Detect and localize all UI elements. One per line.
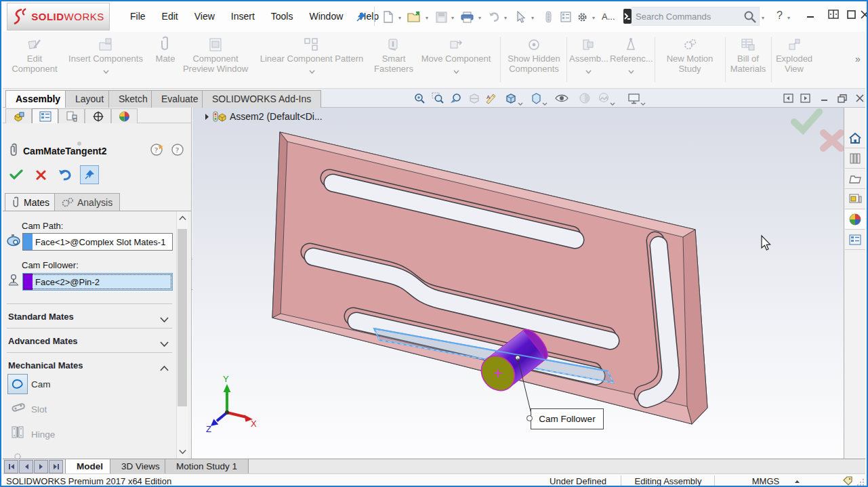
collapse-pane-right-button[interactable]	[798, 91, 812, 106]
units-selector[interactable]: MMGS	[741, 476, 790, 486]
select-dropdown[interactable]: ▾	[531, 15, 537, 20]
tab-solidworks-addins[interactable]: SOLIDWORKS Add-Ins	[202, 90, 321, 108]
tab-property-manager[interactable]	[32, 108, 58, 123]
print-dropdown[interactable]: ▾	[478, 15, 484, 20]
cam-follower-selection-box[interactable]: Face<2>@Pin-2	[22, 273, 173, 291]
tab-model[interactable]: Model	[65, 459, 115, 474]
search-scope-icon[interactable]	[623, 9, 632, 24]
menu-file[interactable]: File	[122, 7, 154, 26]
whats-new-help-button[interactable]: ?	[150, 143, 164, 156]
maximize-button[interactable]	[847, 9, 856, 22]
print-button[interactable]	[458, 8, 476, 26]
rebuild-button[interactable]	[539, 8, 557, 26]
search-input[interactable]	[632, 7, 760, 26]
tab-assembly[interactable]: Assembly	[5, 90, 70, 108]
ribbon-mate[interactable]: Mate	[150, 35, 180, 86]
scrollbar-thumb[interactable]	[178, 229, 187, 406]
first-tab-button[interactable]	[4, 460, 18, 473]
ribbon-assembly-features[interactable]: Assemb...	[569, 35, 607, 86]
mechanical-mates-header[interactable]: Mechanical Mates	[8, 360, 83, 370]
tab-3d-views[interactable]: 3D Views	[110, 459, 171, 474]
save-button[interactable]	[432, 8, 450, 26]
undo-mate-button[interactable]	[56, 165, 75, 184]
ribbon-new-motion-study[interactable]: New Motion Study	[657, 35, 722, 86]
confirm-check-icon[interactable]	[794, 112, 819, 130]
help-button[interactable]: ?	[777, 9, 783, 22]
display-style-dropdown[interactable]	[542, 96, 547, 108]
tab-feature-manager[interactable]	[5, 108, 32, 123]
ribbon-linear-component-pattern[interactable]: Linear Component Pattern	[252, 35, 371, 86]
ok-button[interactable]	[7, 165, 26, 184]
menu-insert[interactable]: Insert	[223, 7, 263, 26]
new-document-dropdown[interactable]: ▾	[398, 15, 404, 20]
view-orientation-dropdown[interactable]	[518, 96, 523, 108]
options-dropdown[interactable]: ▾	[592, 15, 598, 20]
pin-menubar-button[interactable]	[352, 8, 370, 26]
scroll-up-icon[interactable]	[179, 215, 186, 221]
scroll-down-icon[interactable]	[179, 449, 186, 454]
open-button[interactable]	[405, 8, 423, 26]
options-button[interactable]	[573, 8, 591, 26]
pin-dialog-button[interactable]	[80, 165, 99, 184]
ribbon-smart-fasteners[interactable]: Smart Fasteners	[373, 35, 415, 86]
save-dropdown[interactable]: ▾	[451, 15, 457, 20]
tab-mates[interactable]: Mates	[5, 193, 57, 211]
previous-tab-button[interactable]	[19, 460, 33, 473]
view-settings-button[interactable]	[626, 91, 641, 106]
dynamic-annotation-button[interactable]: A	[484, 91, 499, 106]
menu-window[interactable]: Window	[301, 7, 351, 26]
last-tab-button[interactable]	[49, 460, 63, 473]
undo-dropdown[interactable]: ▾	[504, 15, 510, 20]
tab-dimxpert-manager[interactable]	[85, 108, 111, 123]
panel-scrollbar[interactable]	[176, 211, 188, 459]
tab-evaluate[interactable]: Evaluate	[151, 90, 208, 108]
design-library-button[interactable]	[845, 149, 865, 169]
tab-sketch[interactable]: Sketch	[108, 90, 158, 108]
help-circle-button[interactable]: ?	[171, 143, 184, 156]
tab-layout[interactable]: Layout	[65, 90, 114, 108]
menu-edit[interactable]: Edit	[154, 7, 186, 26]
assembly-3d-scene[interactable]: X Y Z	[192, 108, 847, 459]
slot-mate-label[interactable]: Slot	[31, 404, 47, 415]
new-document-button[interactable]	[379, 8, 397, 26]
cancel-button[interactable]	[31, 165, 50, 184]
tab-configuration-manager[interactable]	[58, 108, 85, 123]
confirmation-corner[interactable]	[794, 112, 841, 148]
ribbon-show-hidden-components[interactable]: Show Hidden Components	[503, 35, 565, 86]
view-orientation-button[interactable]	[503, 91, 518, 106]
next-tab-button[interactable]	[34, 460, 48, 473]
appearances-scenes-button[interactable]	[845, 210, 865, 230]
ribbon-reference-geometry[interactable]: Referenc...	[610, 35, 652, 86]
ribbon-overflow-button[interactable]: »	[855, 54, 861, 64]
minimize-button[interactable]	[806, 9, 816, 22]
undo-button[interactable]	[485, 8, 503, 26]
file-properties-button[interactable]	[557, 8, 575, 26]
standard-mates-header[interactable]: Standard Mates	[8, 312, 74, 322]
menu-view[interactable]: View	[186, 7, 223, 26]
display-style-button[interactable]	[529, 91, 543, 106]
resize-grip[interactable]	[856, 478, 865, 486]
home-button[interactable]	[845, 129, 865, 148]
zoom-to-area-button[interactable]	[430, 91, 445, 106]
collapse-pane-left-button[interactable]	[781, 91, 795, 106]
doc-restore-button[interactable]	[835, 91, 850, 106]
chevron-up-icon[interactable]	[160, 362, 169, 374]
units-caret-icon[interactable]	[794, 480, 800, 484]
previous-view-button[interactable]	[449, 91, 463, 106]
edit-appearance-button[interactable]	[577, 91, 592, 106]
open-dropdown[interactable]: ▾	[426, 15, 431, 20]
apply-scene-dropdown[interactable]	[610, 96, 615, 108]
select-button[interactable]	[512, 8, 530, 26]
tab-analysis[interactable]: Analysis	[54, 193, 120, 211]
cam-follower-callout[interactable]: Cam Follower	[531, 408, 604, 429]
ribbon-component-preview-window[interactable]: Component Preview Window	[182, 35, 249, 86]
cam-mate-label[interactable]: Cam	[31, 379, 51, 389]
search-go-button[interactable]	[741, 8, 759, 26]
ribbon-insert-components[interactable]: Insert Components	[62, 35, 149, 86]
section-view-button[interactable]	[467, 91, 482, 106]
help-dropdown[interactable]: ▾	[787, 15, 793, 20]
zoom-to-fit-button[interactable]	[412, 91, 427, 106]
graphics-viewport[interactable]: Assem2 (Default<Di...	[192, 108, 847, 459]
hinge-mate-label[interactable]: Hinge	[31, 429, 55, 440]
file-explorer-button[interactable]	[845, 169, 865, 189]
